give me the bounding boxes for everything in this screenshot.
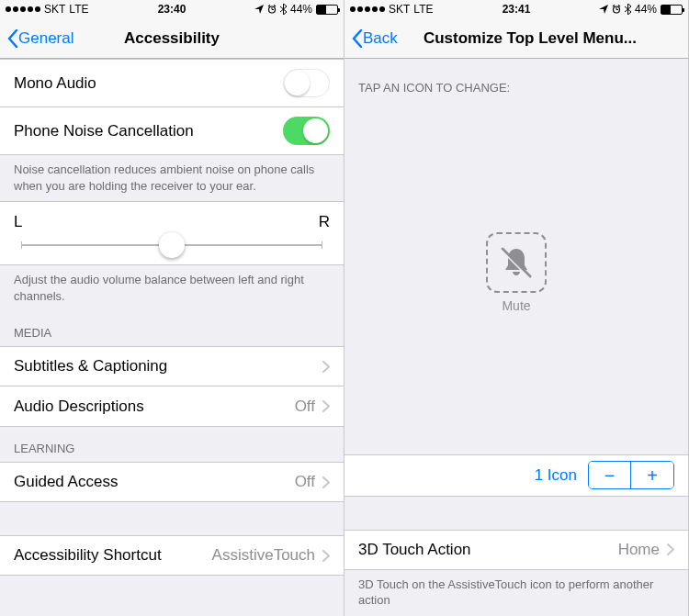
stepper-plus-button[interactable]: + xyxy=(631,462,673,488)
audio-descriptions-row[interactable]: Audio Descriptions Off xyxy=(0,386,344,427)
signal-dots-icon xyxy=(350,6,385,12)
status-time: 23:40 xyxy=(158,3,186,16)
guided-access-value: Off xyxy=(295,473,315,491)
back-button[interactable]: Back xyxy=(344,29,398,48)
noise-cancellation-switch[interactable] xyxy=(283,117,330,145)
signal-dots-icon xyxy=(6,6,40,12)
screen-customize-menu: SKT LTE 23:41 44% Back Customize Top Lev… xyxy=(344,0,689,616)
mono-audio-label: Mono Audio xyxy=(14,74,96,93)
carrier-label: SKT xyxy=(44,3,65,16)
noise-cancellation-label: Phone Noise Cancellation xyxy=(14,122,194,140)
balance-slider-row: L R xyxy=(0,201,344,265)
subtitles-row[interactable]: Subtitles & Captioning xyxy=(0,346,344,386)
stepper-minus-button[interactable]: − xyxy=(589,462,631,488)
media-header: MEDIA xyxy=(0,311,344,346)
learning-header: LEARNING xyxy=(0,427,344,462)
3d-touch-footer: 3D Touch on the AssistiveTouch icon to p… xyxy=(344,570,688,616)
battery-pct: 44% xyxy=(290,3,312,16)
alarm-icon xyxy=(267,5,277,14)
svg-line-4 xyxy=(274,6,276,7)
chevron-back-icon xyxy=(352,29,363,48)
location-icon xyxy=(599,5,608,14)
chevron-right-icon xyxy=(667,543,674,555)
chevron-right-icon xyxy=(322,361,330,373)
location-icon xyxy=(254,5,264,14)
noise-cancellation-row[interactable]: Phone Noise Cancellation xyxy=(0,107,344,155)
content-area: TAP AN ICON TO CHANGE: Mute 1 Icon − + 3… xyxy=(344,59,688,616)
balance-right-label: R xyxy=(319,213,330,231)
tap-icon-header: TAP AN ICON TO CHANGE: xyxy=(344,59,688,101)
svg-line-8 xyxy=(613,6,615,7)
battery-pct: 44% xyxy=(635,3,657,16)
accessibility-shortcut-row[interactable]: Accessibility Shortcut AssistiveTouch xyxy=(0,535,344,576)
bell-mute-icon xyxy=(497,243,536,282)
audio-descriptions-label: Audio Descriptions xyxy=(14,398,144,416)
alarm-icon xyxy=(612,5,621,14)
back-label: Back xyxy=(363,29,398,48)
mute-icon-slot[interactable] xyxy=(486,232,547,293)
network-label: LTE xyxy=(69,3,88,16)
back-button[interactable]: General xyxy=(0,29,73,48)
balance-footer: Adjust the audio volume balance between … xyxy=(0,265,344,311)
3d-touch-action-value: Home xyxy=(618,541,660,559)
mono-audio-row[interactable]: Mono Audio xyxy=(0,59,344,107)
status-time: 23:41 xyxy=(503,3,531,16)
status-bar: SKT LTE 23:40 44% xyxy=(0,0,344,18)
guided-access-label: Guided Access xyxy=(14,473,118,491)
audio-descriptions-value: Off xyxy=(295,398,315,416)
network-label: LTE xyxy=(413,3,433,16)
balance-left-label: L xyxy=(14,213,22,231)
battery-icon xyxy=(661,5,683,15)
noise-footer: Noise cancellation reduces ambient noise… xyxy=(0,155,344,201)
subtitles-label: Subtitles & Captioning xyxy=(14,357,167,375)
icon-grid: Mute xyxy=(344,101,688,454)
guided-access-row[interactable]: Guided Access Off xyxy=(0,462,344,502)
content-list[interactable]: Mono Audio Phone Noise Cancellation Nois… xyxy=(0,59,344,616)
balance-slider[interactable] xyxy=(21,244,322,246)
chevron-right-icon xyxy=(322,476,330,488)
carrier-label: SKT xyxy=(389,3,410,16)
nav-bar: Back Customize Top Level Menu... xyxy=(344,18,688,59)
svg-line-9 xyxy=(618,6,620,7)
chevron-back-icon xyxy=(7,29,18,48)
chevron-right-icon xyxy=(322,400,330,412)
page-title: Customize Top Level Menu... xyxy=(424,29,637,48)
bluetooth-icon xyxy=(280,4,287,15)
icon-count-row: 1 Icon − + xyxy=(344,454,688,497)
3d-touch-action-label: 3D Touch Action xyxy=(358,541,471,559)
icon-stepper: − + xyxy=(588,461,674,489)
battery-icon xyxy=(316,5,338,15)
screen-accessibility: SKT LTE 23:40 44% General Accessibility … xyxy=(0,0,344,616)
accessibility-shortcut-value: AssistiveTouch xyxy=(212,546,315,565)
slider-thumb[interactable] xyxy=(159,232,185,258)
nav-bar: General Accessibility xyxy=(0,18,344,59)
svg-line-3 xyxy=(268,6,270,7)
bluetooth-icon xyxy=(625,4,631,15)
mono-audio-switch[interactable] xyxy=(283,69,330,97)
chevron-right-icon xyxy=(322,550,330,562)
mute-label: Mute xyxy=(502,298,530,313)
status-bar: SKT LTE 23:41 44% xyxy=(344,0,688,18)
accessibility-shortcut-label: Accessibility Shortcut xyxy=(14,546,162,565)
3d-touch-action-row[interactable]: 3D Touch Action Home xyxy=(344,530,688,570)
back-label: General xyxy=(18,29,73,48)
page-title: Accessibility xyxy=(124,29,220,48)
icon-count-label: 1 Icon xyxy=(535,466,577,485)
